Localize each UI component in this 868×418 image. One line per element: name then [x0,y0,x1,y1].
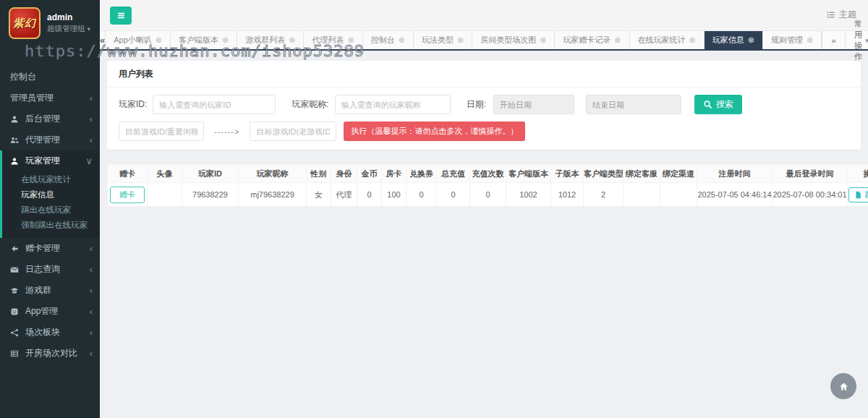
column-header: 客户端类型 [584,165,624,183]
sidebar-subitem-在线玩家统计[interactable]: 在线玩家统计 [2,172,100,187]
gift-card-button[interactable]: 赠卡 [110,187,145,203]
search-button[interactable]: 搜索 [694,95,742,114]
nickname-label: 玩家昵称: [292,98,328,111]
sidebar-item-赠卡管理[interactable]: 赠卡管理‹ [0,238,100,259]
cell-identity: 代理 [331,183,357,207]
players-table-container: 赠卡头像玩家ID玩家昵称性别身份金币房卡兑换券总充值充值次数客户端版本子版本客户… [107,164,861,207]
sidebar-subitem-玩家信息[interactable]: 玩家信息 [2,187,100,202]
cell-total_recharge: 0 [437,183,470,207]
common-actions-dropdown[interactable]: 常用操作 ▾ [845,31,868,49]
table-row: 赠卡79638229mj79638229女代理01000001002101222… [108,183,868,207]
chevron-left-icon: ‹ [90,243,93,254]
user-role-dropdown[interactable]: 超级管理组 ▾ [47,23,90,34]
sidebar-item-label: 代理管理 [25,134,90,146]
sidebar-item-label: App管理 [25,305,90,317]
sidebar-item-后台管理[interactable]: 后台管理‹ [0,108,100,129]
chevron-left-icon: ‹ [90,348,93,359]
sidebar-item-玩家管理[interactable]: 玩家管理∨ [2,150,100,171]
group-data-label: 群数据 [864,189,868,200]
cell-room_card: 100 [382,183,407,207]
tab-玩家赠卡记录[interactable]: 玩家赠卡记录⊗ [555,31,629,49]
tab-close-icon[interactable]: ⊗ [540,36,546,44]
cell-client_type: 2 [584,183,624,207]
nickname-input[interactable] [335,95,451,114]
start-date-input[interactable] [493,95,574,114]
table-header-row: 赠卡头像玩家ID玩家昵称性别身份金币房卡兑换券总充值充值次数客户端版本子版本客户… [108,165,868,183]
column-header: 客户端版本 [506,165,551,183]
sidebar-item-日志查询[interactable]: 日志查询‹ [0,259,100,280]
sidebar-item-App管理[interactable]: App管理‹ [0,301,100,322]
tab-在线玩家统计[interactable]: 在线玩家统计⊗ [630,31,705,49]
tab-label: 在线玩家统计 [638,35,686,46]
menu-group-玩家管理: 玩家管理∨在线玩家统计玩家信息踢出在线玩家强制踢出在线玩家 [0,150,100,238]
tab-close-icon[interactable]: ⊗ [222,36,229,44]
tab-close-icon[interactable]: ⊗ [807,36,813,44]
tabbar-right-controls: » 常用操作 ▾ 退出 [822,31,868,49]
chevron-left-icon: ‹ [90,135,93,145]
sidebar-item-label: 场次板块 [25,326,90,338]
target-game-id-input[interactable] [250,121,336,141]
player-id-input[interactable] [153,95,276,114]
arrow-left-icon [10,244,21,253]
sidebar-item-代理管理[interactable]: 代理管理‹ [0,129,100,150]
player-id-label: 玩家ID: [119,98,147,111]
topbar: 主题 [100,0,868,30]
theme-switcher[interactable]: 主题 [826,9,856,21]
tab-close-icon[interactable]: ⊗ [457,36,464,44]
tab-代理列表[interactable]: 代理列表⊗ [304,31,362,49]
tab-游戏群列表[interactable]: 游戏群列表⊗ [237,31,304,49]
column-header: 最后登录时间 [773,165,848,183]
cell-client_version: 1002 [506,183,551,207]
file-icon [854,191,862,199]
scroll-tabs-left-button[interactable]: « [100,31,106,49]
tab-客户端版本[interactable]: 客户端版本⊗ [171,31,237,49]
column-header: 绑定渠道 [660,165,697,183]
chevron-down-icon: ∨ [85,155,93,166]
tab-close-icon[interactable]: ⊗ [748,36,754,44]
tab-规则管理[interactable]: 规则管理⊗ [763,31,822,49]
tab-控制台[interactable]: 控制台⊗ [363,31,414,49]
tab-App小喇叭[interactable]: App小喇叭⊗ [106,31,171,49]
scroll-tabs-right-button[interactable]: » [822,31,844,49]
tab-房间类型场次图[interactable]: 房间类型场次图⊗ [472,31,555,49]
cell-recharge_count: 0 [470,183,506,207]
tab-label: 代理列表 [312,35,344,46]
sidebar: 紫幻 admin 超级管理组 ▾ 控制台管理员管理‹后台管理‹代理管理‹玩家管理… [0,0,100,418]
current-game-id-input[interactable] [119,121,204,141]
tab-close-icon[interactable]: ⊗ [614,36,621,44]
sidebar-item-开房场次对比[interactable]: 开房场次对比‹ [0,343,100,364]
execute-button[interactable]: 执行（温馨提示：请勿点击多次，谨慎操作。） [344,121,525,141]
column-header: 头像 [148,165,182,183]
grad-cap-icon [10,286,21,295]
sidebar-toggle-button[interactable] [110,7,132,25]
players-table: 赠卡头像玩家ID玩家昵称性别身份金币房卡兑换券总充值充值次数客户端版本子版本客户… [107,164,868,207]
tab-close-icon[interactable]: ⊗ [347,36,354,44]
tab-close-icon[interactable]: ⊗ [289,36,295,44]
sidebar-item-控制台[interactable]: 控制台 [0,67,100,88]
column-header: 赠卡 [108,165,148,183]
chevron-left-icon: ‹ [90,264,93,275]
sidebar-item-label: 管理员管理 [10,92,90,104]
search-icon [703,100,712,109]
home-floating-button[interactable] [830,373,856,399]
tab-玩法类型[interactable]: 玩法类型⊗ [414,31,472,49]
group-data-button[interactable]: 群数据 [848,187,868,202]
sidebar-item-游戏群[interactable]: 游戏群‹ [0,280,100,301]
end-date-input[interactable] [586,95,681,114]
tab-玩家信息[interactable]: 玩家信息⊗ [705,31,763,49]
sidebar-subitem-踢出在线玩家[interactable]: 踢出在线玩家 [2,202,100,218]
user-panel: 紫幻 admin 超级管理组 ▾ [0,0,100,46]
sidebar-item-label: 控制台 [10,71,93,83]
chevron-down-icon: ▾ [87,25,90,33]
sidebar-subitem-强制踢出在线玩家[interactable]: 强制踢出在线玩家 [2,218,100,233]
tab-close-icon[interactable]: ⊗ [689,36,696,44]
tab-close-icon[interactable]: ⊗ [156,36,162,44]
sidebar-item-场次板块[interactable]: 场次板块‹ [0,322,100,343]
column-header: 房卡 [382,165,407,183]
sidebar-item-管理员管理[interactable]: 管理员管理‹ [0,88,100,108]
cell-bound_service [624,183,660,207]
mapping-arrow: ------> [214,127,239,136]
tab-close-icon[interactable]: ⊗ [399,36,405,44]
tab-label: 控制台 [371,35,395,46]
app-window: https://www.huzhan.com/ishop53289 紫幻 adm… [0,0,868,418]
